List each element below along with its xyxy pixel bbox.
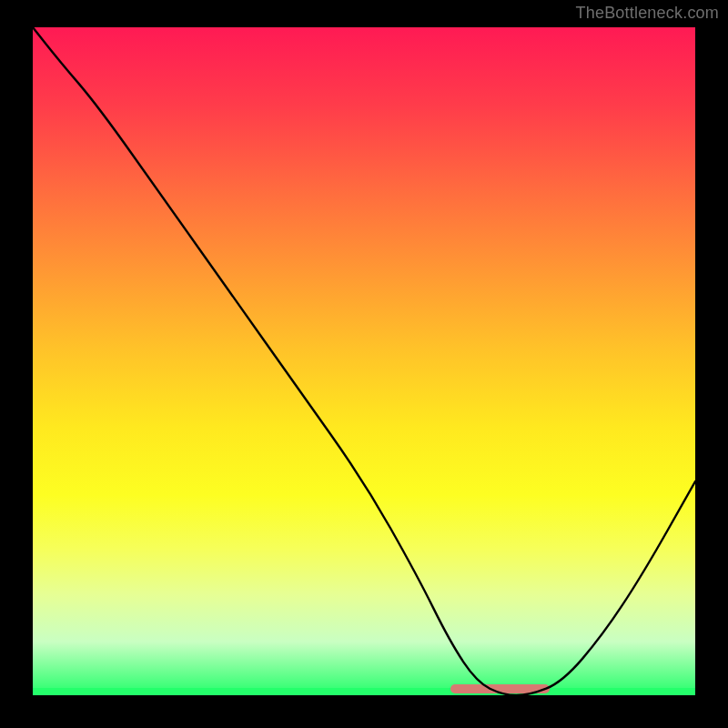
plot-area (33, 27, 695, 695)
bottleneck-curve (33, 27, 695, 695)
watermark-text: TheBottleneck.com (576, 4, 719, 23)
curve-layer (33, 27, 695, 695)
chart-canvas: TheBottleneck.com (0, 0, 728, 728)
